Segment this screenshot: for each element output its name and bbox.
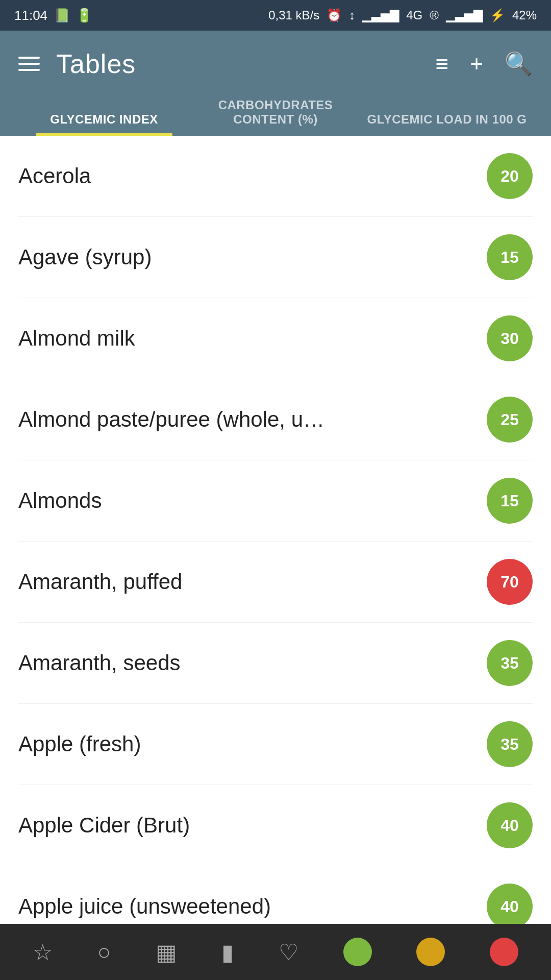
battery: 42% (512, 8, 537, 22)
food-item[interactable]: Amaranth, seeds 35 (18, 623, 533, 704)
header-left: Tables (18, 48, 136, 79)
food-badge: 35 (487, 721, 533, 767)
legend-yellow (416, 938, 445, 966)
network-type: 4G (406, 8, 422, 22)
app-icon-1: 📗 (54, 8, 70, 23)
signal-icon-2: ▁▃▅▇ (446, 8, 483, 22)
food-list: Acerola 20 Agave (syrup) 15 Almond milk … (0, 136, 551, 935)
food-item[interactable]: Almond paste/puree (whole, u… 25 (18, 379, 533, 460)
food-item[interactable]: Agave (syrup) 15 (18, 217, 533, 298)
food-badge: 30 (487, 315, 533, 361)
food-badge: 70 (487, 559, 533, 605)
menu-icon[interactable] (18, 57, 40, 71)
history-icon[interactable]: ○ (97, 939, 111, 965)
food-badge: 20 (487, 153, 533, 199)
header-row: Tables ≡ + 🔍 (18, 41, 533, 87)
legend-green (343, 938, 372, 966)
status-bar: 11:04 📗 🔋 0,31 kB/s ⏰ ↕ ▁▃▅▇ 4G ® ▁▃▅▇ ⚡… (0, 0, 551, 31)
add-icon[interactable]: + (470, 51, 483, 77)
bottom-nav: ☆ ○ ▦ ▮ ♡ (0, 924, 551, 980)
food-item[interactable]: Acerola 20 (18, 136, 533, 217)
time: 11:04 (14, 8, 47, 23)
tab-glycemic-index[interactable]: GLYCEMIC INDEX (18, 105, 190, 136)
network-speed: 0,31 kB/s (268, 8, 319, 22)
status-left: 11:04 📗 🔋 (14, 8, 92, 23)
food-item[interactable]: Apple (fresh) 35 (18, 704, 533, 785)
app-icon-2: 🔋 (76, 8, 92, 23)
tab-glycemic-load[interactable]: GLYCEMIC LOAD in 100 g (361, 105, 533, 136)
tab-bar: GLYCEMIC INDEX CARBOHYDRATES CONTENT (%)… (18, 91, 533, 136)
calculator-icon[interactable]: ▦ (156, 939, 177, 965)
tab-carbohydrates[interactable]: CARBOHYDRATES CONTENT (%) (190, 91, 361, 136)
food-badge: 25 (487, 397, 533, 443)
food-badge: 40 (487, 884, 533, 929)
alarm-icon: ⏰ (327, 8, 342, 22)
signal-icon: ▁▃▅▇ (362, 8, 399, 22)
food-badge: 15 (487, 234, 533, 280)
food-badge: 40 (487, 802, 533, 848)
food-item[interactable]: Almonds 15 (18, 460, 533, 542)
food-item[interactable]: Apple Cider (Brut) 40 (18, 785, 533, 866)
app-header: Tables ≡ + 🔍 GLYCEMIC INDEX CARBOHYDRATE… (0, 31, 551, 136)
search-icon[interactable]: 🔍 (505, 51, 533, 77)
header-icons: ≡ + 🔍 (436, 51, 533, 77)
food-badge: 35 (487, 640, 533, 686)
filter-icon[interactable]: ≡ (436, 51, 449, 77)
food-badge: 15 (487, 478, 533, 524)
registered-icon: ® (430, 8, 439, 22)
food-item[interactable]: Almond milk 30 (18, 298, 533, 379)
app-title: Tables (56, 48, 136, 79)
status-right: 0,31 kB/s ⏰ ↕ ▁▃▅▇ 4G ® ▁▃▅▇ ⚡ 42% (268, 8, 537, 22)
charging-icon: ⚡ (490, 8, 505, 22)
legend-red (490, 938, 518, 966)
chart-icon[interactable]: ▮ (221, 939, 234, 965)
heart-icon[interactable]: ♡ (279, 939, 298, 965)
vibrate-icon: ↕ (349, 8, 355, 22)
favorites-icon[interactable]: ☆ (33, 939, 53, 965)
food-item[interactable]: Amaranth, puffed 70 (18, 542, 533, 623)
